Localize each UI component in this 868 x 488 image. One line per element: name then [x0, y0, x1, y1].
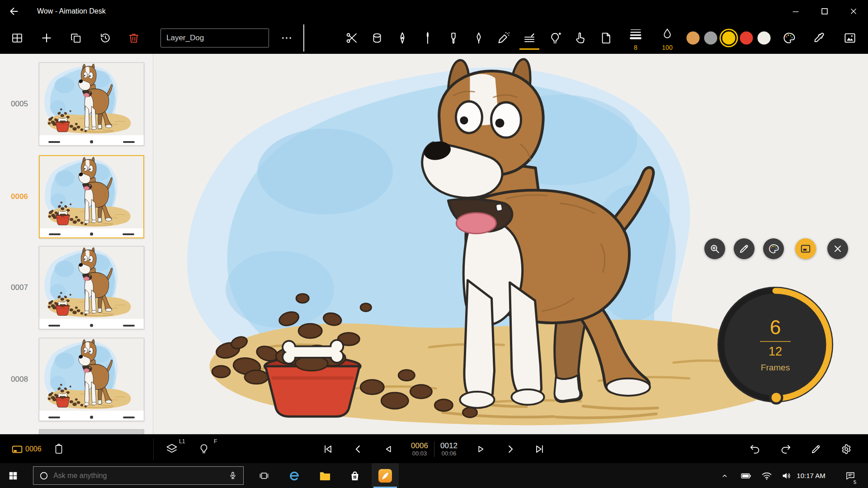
- spray-icon: [497, 31, 510, 45]
- play-button[interactable]: [475, 443, 486, 455]
- swatch-orange[interactable]: [687, 32, 700, 45]
- history-icon: [99, 32, 112, 44]
- frame-row-0006[interactable]: 0006: [0, 155, 153, 238]
- needle-pen-tool-button[interactable]: [421, 31, 434, 45]
- skip-to-start-button[interactable]: [321, 443, 334, 455]
- swatch-gray[interactable]: [704, 32, 717, 45]
- paper-tool-button[interactable]: [599, 31, 613, 45]
- frame-thumbnail[interactable]: [39, 246, 144, 329]
- hand-icon: [573, 31, 587, 45]
- microphone-icon[interactable]: [228, 471, 238, 481]
- light-effect-tool-button[interactable]: [549, 31, 562, 45]
- wifi-status[interactable]: [761, 470, 772, 481]
- smudge-tool-button[interactable]: [573, 31, 587, 45]
- marker-tool-button[interactable]: [447, 31, 460, 45]
- store-button[interactable]: [349, 469, 361, 482]
- start-button[interactable]: [8, 471, 18, 481]
- close-button[interactable]: [839, 0, 868, 22]
- hatching-brush-icon: [523, 31, 536, 45]
- history-button[interactable]: [99, 32, 112, 44]
- task-view-button[interactable]: [259, 470, 269, 481]
- swatch-orange-circle: [687, 32, 700, 45]
- cut-tool-button[interactable]: [345, 31, 359, 45]
- main-toolbar: 8 100: [0, 22, 868, 54]
- back-button[interactable]: [6, 4, 22, 19]
- opacity-button[interactable]: [661, 28, 674, 40]
- search-input[interactable]: [53, 472, 223, 480]
- eyedropper-icon: [812, 31, 826, 45]
- paint-bucket-tool-button[interactable]: [370, 31, 384, 45]
- undo-button[interactable]: [749, 443, 761, 455]
- zoom-button[interactable]: [704, 238, 725, 259]
- redo-button[interactable]: [780, 443, 792, 455]
- taskbar-search[interactable]: [33, 466, 244, 485]
- tray-expand-button[interactable]: [720, 471, 729, 480]
- frame-thumbnail[interactable]: [39, 338, 144, 421]
- maximize-button[interactable]: [810, 0, 839, 22]
- frame-thumbnail-selected[interactable]: [39, 155, 144, 238]
- color-palette-button[interactable]: [782, 31, 796, 45]
- edit-mode-button[interactable]: [810, 443, 822, 455]
- file-explorer-button[interactable]: [319, 469, 331, 482]
- swatch-white[interactable]: [758, 32, 771, 45]
- delete-frame-button[interactable]: [127, 32, 140, 44]
- store-bag-icon: [349, 469, 361, 482]
- insert-image-button[interactable]: [843, 31, 857, 45]
- eyedropper-button[interactable]: [812, 31, 826, 45]
- brush-size-value: 8: [634, 44, 637, 51]
- step-back-button[interactable]: [383, 443, 395, 455]
- taskbar-clock[interactable]: 10:17 AM: [788, 463, 834, 488]
- layer-name-input[interactable]: [160, 28, 269, 47]
- airbrush-tool-button[interactable]: [497, 31, 510, 45]
- scissors-icon: [345, 31, 359, 45]
- draw-mode-button[interactable]: [734, 238, 755, 259]
- hatching-brush-tool-button[interactable]: [523, 31, 536, 45]
- frame-badge: 0006: [25, 445, 42, 453]
- layer-count-label: L1: [179, 438, 185, 445]
- frame-row-0008[interactable]: 0008: [0, 338, 153, 421]
- frame-dial[interactable]: 6 12 Frames: [714, 284, 836, 406]
- calligraphy-tool-button[interactable]: [472, 31, 486, 45]
- end-time-value: 00:06: [440, 450, 458, 457]
- minimize-button[interactable]: [781, 0, 810, 22]
- swatch-yellow-selected[interactable]: [722, 32, 736, 45]
- frame-row-0005[interactable]: 0005: [0, 62, 153, 146]
- paper-icon: [599, 31, 613, 45]
- triangle-left-icon: [383, 443, 395, 455]
- current-frame-time: 0006 00:03: [411, 441, 428, 457]
- duplicate-frame-button[interactable]: [70, 32, 82, 44]
- layers-button[interactable]: [165, 443, 178, 455]
- skip-to-end-button[interactable]: [533, 443, 546, 455]
- back-arrow-icon: [8, 5, 20, 17]
- ink-pen-tool-button[interactable]: [396, 31, 409, 45]
- layer-options-button[interactable]: [280, 32, 293, 44]
- storyboard-grid-button[interactable]: [11, 32, 24, 44]
- title-bar: Wow - Aimation Desk: [0, 0, 868, 22]
- paste-frame-button[interactable]: [53, 443, 65, 455]
- minimize-icon: [791, 6, 801, 16]
- color-mode-button[interactable]: [763, 238, 784, 259]
- swatch-red[interactable]: [740, 32, 753, 45]
- frame-row-0007[interactable]: 0007: [0, 246, 153, 329]
- close-overlay-button[interactable]: [827, 238, 848, 259]
- drawing-canvas[interactable]: 6 12 Frames: [153, 54, 868, 434]
- edge-browser-button[interactable]: [288, 469, 301, 483]
- frame-thumbnail-partial[interactable]: [39, 429, 144, 434]
- battery-status[interactable]: [741, 470, 751, 481]
- frame-thumbnail[interactable]: [39, 62, 144, 146]
- close-icon: [832, 243, 843, 254]
- reference-frame-button[interactable]: [795, 238, 816, 259]
- previous-frame-button[interactable]: [352, 443, 364, 455]
- end-frame-time: 0012 00:06: [440, 441, 458, 457]
- window-controls: [781, 0, 868, 22]
- next-frame-button[interactable]: [504, 443, 517, 455]
- windows-taskbar: 10:17 AM 5: [0, 463, 868, 488]
- settings-button[interactable]: [840, 443, 852, 455]
- animation-app-button[interactable]: [377, 468, 393, 483]
- gear-icon: [840, 443, 852, 455]
- onion-skin-button[interactable]: [198, 443, 210, 455]
- chevron-right-icon: [504, 443, 517, 455]
- stroke-width-icon: [629, 27, 642, 41]
- add-frame-button[interactable]: [40, 32, 53, 44]
- brush-size-button[interactable]: [629, 27, 642, 41]
